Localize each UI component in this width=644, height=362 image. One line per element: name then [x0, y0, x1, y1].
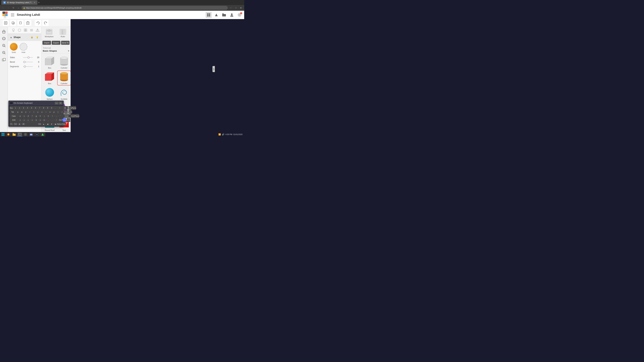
- key-z[interactable]: z: [18, 118, 22, 122]
- import-button[interactable]: Import: [42, 41, 51, 45]
- undo-button[interactable]: [35, 20, 41, 26]
- star-icon[interactable]: ★: [239, 6, 243, 10]
- bevel-slider[interactable]: [23, 62, 33, 62]
- osk-minimize-button[interactable]: —: [55, 102, 58, 104]
- key-pgdn[interactable]: PgDn: [68, 110, 72, 114]
- sides-thumb[interactable]: [28, 56, 30, 58]
- bookmark-icon[interactable]: ☆: [234, 6, 238, 10]
- key-6[interactable]: 6: [34, 106, 38, 110]
- key-1[interactable]: 1: [14, 106, 17, 110]
- workplane-button[interactable]: Workplane: [42, 28, 56, 38]
- key-equals[interactable]: =: [58, 106, 62, 110]
- key-h[interactable]: h: [38, 114, 42, 118]
- taskbar-folder[interactable]: [12, 132, 17, 136]
- key-ctrl-l[interactable]: Ctrl: [14, 122, 17, 126]
- key-8[interactable]: 8: [42, 106, 46, 110]
- align-icon[interactable]: [29, 28, 34, 32]
- shape-cylinder-orange[interactable]: Cylinder: [57, 70, 70, 85]
- key-minus[interactable]: -: [54, 106, 58, 110]
- key-p[interactable]: p: [52, 110, 56, 114]
- cube-view-button[interactable]: [1, 57, 7, 63]
- key-9[interactable]: 9: [46, 106, 50, 110]
- light-bulb-icon[interactable]: [11, 28, 16, 32]
- shape-panel-button[interactable]: [213, 12, 219, 18]
- taskbar-firefox[interactable]: [6, 132, 11, 136]
- key-4[interactable]: 4: [26, 106, 29, 110]
- key-n[interactable]: n: [38, 118, 42, 122]
- extensions-icon[interactable]: ⋯: [229, 6, 233, 10]
- key-space[interactable]: [26, 122, 38, 126]
- key-r[interactable]: r: [28, 110, 32, 114]
- key-help[interactable]: Help: [62, 122, 66, 126]
- key-del[interactable]: Del: [58, 118, 62, 122]
- send-to-button[interactable]: Send To: [61, 41, 70, 45]
- new-tab-button[interactable]: +: [38, 1, 40, 4]
- key-up[interactable]: ▲: [42, 122, 46, 126]
- key-a[interactable]: a: [18, 114, 22, 118]
- shape-box-gray[interactable]: Box: [43, 55, 56, 70]
- key-x[interactable]: x: [22, 118, 26, 122]
- sides-slider[interactable]: [23, 57, 33, 58]
- key-esc[interactable]: Esc: [10, 106, 13, 110]
- key-left[interactable]: ◀: [46, 122, 50, 126]
- key-b[interactable]: b: [34, 118, 38, 122]
- key-options[interactable]: Options: [58, 122, 62, 126]
- category-dropdown-icon[interactable]: ▾: [68, 49, 69, 52]
- shape-scribble[interactable]: Scribble: [57, 86, 70, 101]
- new-button[interactable]: [3, 20, 9, 26]
- key-e[interactable]: e: [24, 110, 28, 114]
- solid-button[interactable]: Solid: [10, 43, 18, 53]
- segments-thumb[interactable]: [24, 65, 26, 67]
- nav-refresh-button[interactable]: ↻: [12, 6, 16, 10]
- key-y[interactable]: y: [36, 110, 40, 114]
- taskbar-discord[interactable]: [28, 132, 34, 136]
- key-0[interactable]: 0: [50, 106, 54, 110]
- shape-box-red[interactable]: Box: [43, 70, 56, 85]
- zoom-in-button[interactable]: [1, 42, 7, 49]
- key-shift[interactable]: Shift: [10, 118, 18, 122]
- key-comma[interactable]: ,: [46, 118, 50, 122]
- key-end[interactable]: End: [64, 110, 68, 114]
- key-insert[interactable]: Insert: [71, 114, 75, 118]
- nav-back-button[interactable]: ←: [1, 6, 5, 10]
- orbit-button[interactable]: [1, 35, 7, 41]
- ruler-button[interactable]: Ruler: [56, 28, 70, 38]
- copy-button[interactable]: [18, 20, 24, 26]
- key-fn[interactable]: Fn: [10, 122, 13, 126]
- key-s[interactable]: s: [22, 114, 26, 118]
- key-pgup[interactable]: PgUp: [72, 106, 76, 110]
- key-i[interactable]: i: [44, 110, 48, 114]
- taskbar-explorer[interactable]: [17, 132, 22, 136]
- key-tab[interactable]: Tab: [10, 110, 16, 114]
- redo-button[interactable]: [42, 20, 48, 26]
- shape-outline-icon[interactable]: [17, 28, 22, 32]
- key-caps[interactable]: Caps: [10, 114, 18, 118]
- key-c[interactable]: c: [26, 118, 30, 122]
- key-o[interactable]: o: [48, 110, 52, 114]
- key-quote[interactable]: ': [58, 114, 62, 118]
- key-scrlk[interactable]: ScrLk: [66, 118, 70, 122]
- key-2[interactable]: 2: [18, 106, 21, 110]
- key-backspace[interactable]: ⌫: [62, 106, 68, 110]
- key-prtscn[interactable]: PrtScn: [62, 118, 66, 122]
- key-down[interactable]: ▼: [50, 122, 54, 126]
- key-m[interactable]: m: [42, 118, 46, 122]
- key-semi[interactable]: ;: [54, 114, 58, 118]
- key-v[interactable]: v: [30, 118, 34, 122]
- key-bracket-l[interactable]: [: [56, 110, 60, 114]
- key-period[interactable]: .: [50, 118, 54, 122]
- shape-sphere[interactable]: Sphere: [43, 86, 56, 101]
- key-f[interactable]: f: [30, 114, 34, 118]
- hamburger-button[interactable]: [10, 12, 15, 17]
- shape-collapse-icon[interactable]: ▲: [10, 36, 12, 38]
- start-button[interactable]: [1, 132, 5, 136]
- taskbar-obs[interactable]: [23, 132, 28, 136]
- settings-button[interactable]: 0: [236, 12, 242, 18]
- key-t[interactable]: t: [32, 110, 36, 114]
- key-bracket-r[interactable]: ]: [60, 110, 64, 114]
- home-view-button[interactable]: [1, 28, 7, 34]
- grid-view-button[interactable]: [206, 12, 212, 18]
- url-bar[interactable]: 🔒 https://www.tinkercad.com/things/2bORP…: [22, 6, 228, 10]
- taskbar-steam[interactable]: [34, 132, 40, 136]
- delete-button[interactable]: [25, 20, 31, 26]
